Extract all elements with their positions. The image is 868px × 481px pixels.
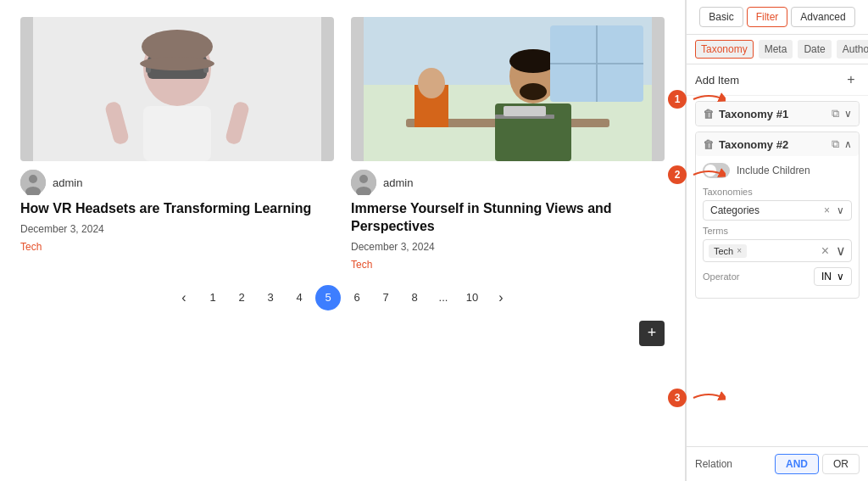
operator-label: Operator: [703, 271, 739, 282]
page-btn-5[interactable]: 5: [315, 285, 341, 310]
add-plus-btn[interactable]: +: [639, 321, 665, 346]
taxonomies-select[interactable]: Categories × ∨: [703, 200, 852, 221]
terms-field: Tech × × ∨: [703, 239, 852, 262]
page-btn-ellipsis: ...: [431, 285, 456, 310]
taxonomies-value: Categories: [710, 204, 760, 216]
page-btn-4[interactable]: 4: [287, 285, 312, 310]
page-btn-7[interactable]: 7: [373, 285, 398, 310]
page-btn-2[interactable]: 2: [229, 285, 254, 310]
svg-point-18: [418, 68, 445, 98]
taxonomy2-wrapper: 🗑 Taxonomy #2 ⧉ ∧ Include: [687, 131, 868, 299]
sub-tabs: Taxonomy Meta Date Author: [687, 35, 868, 64]
relation-and-btn[interactable]: AND: [775, 454, 819, 474]
term-remove-icon[interactable]: ×: [737, 246, 742, 255]
relation-row: Relation AND OR: [687, 446, 868, 481]
taxonomies-chevron-icon[interactable]: ∨: [837, 204, 844, 216]
taxonomy1-wrapper: 🗑 Taxonomy #1 ⧉ ∨: [687, 101, 868, 126]
taxonomy2-header[interactable]: 🗑 Taxonomy #2 ⧉ ∧: [696, 132, 859, 156]
terms-field-label: Terms: [703, 226, 852, 236]
taxonomy2-label: Taxonomy #2: [719, 138, 788, 151]
svg-point-29: [359, 175, 368, 183]
page-btn-8[interactable]: 8: [402, 285, 427, 310]
page-btn-6[interactable]: 6: [344, 285, 370, 310]
relation-label: Relation: [695, 458, 732, 470]
svg-point-21: [520, 83, 547, 100]
author-row-1: admin: [20, 170, 334, 195]
avatar-2: [351, 170, 376, 195]
tab-advanced[interactable]: Advanced: [791, 7, 854, 27]
sidebar-scroll: 1 Add Item + 🗑 Taxonomy #1 ⧉ ∨: [687, 64, 868, 446]
taxonomy2-copy-icon[interactable]: ⧉: [832, 137, 839, 151]
terms-clear-icon[interactable]: ×: [821, 243, 829, 259]
post-image-1: [20, 17, 334, 161]
top-tabs: Basic Filter Advanced: [687, 0, 868, 35]
taxonomy2-chevron-icon[interactable]: ∧: [844, 138, 852, 150]
prev-page-btn[interactable]: ‹: [171, 285, 197, 310]
term-tag-label: Tech: [714, 246, 733, 256]
operator-select[interactable]: IN ∨: [814, 267, 852, 286]
svg-point-22: [509, 49, 557, 73]
add-item-row: Add Item +: [687, 64, 868, 96]
page-btn-10[interactable]: 10: [459, 285, 485, 310]
post-date-2: December 3, 2024: [351, 241, 665, 253]
relation-or-btn[interactable]: OR: [822, 454, 860, 474]
include-children-row: Include Children: [703, 163, 852, 178]
plus-btn-container: +: [20, 321, 665, 346]
include-children-label: Include Children: [737, 165, 810, 176]
taxonomy2-header-left: 🗑 Taxonomy #2: [703, 138, 788, 151]
taxonomies-field-label: Taxonomies: [703, 187, 852, 197]
taxonomy-item-1: 🗑 Taxonomy #1 ⧉ ∨: [695, 101, 860, 126]
tab-basic[interactable]: Basic: [699, 7, 743, 27]
author-name-2: admin: [383, 176, 413, 189]
terms-chevron-icon[interactable]: ∨: [836, 243, 846, 259]
taxonomies-select-actions: × ∨: [824, 204, 844, 216]
page-btn-1[interactable]: 1: [200, 285, 225, 310]
post-tag-2[interactable]: Tech: [351, 259, 372, 271]
taxonomy1-header-right: ⧉ ∨: [832, 107, 852, 120]
taxonomies-clear-icon[interactable]: ×: [824, 204, 830, 216]
toggle-knob: [704, 165, 716, 176]
content-area: admin How VR Headsets are Transforming L…: [0, 0, 686, 481]
subtab-date[interactable]: Date: [798, 40, 831, 59]
next-page-btn[interactable]: ›: [488, 285, 514, 310]
add-item-plus-btn[interactable]: +: [843, 71, 860, 88]
subtab-author[interactable]: Author: [837, 40, 868, 59]
taxonomy1-label: Taxonomy #1: [719, 108, 788, 120]
post-image-2: [351, 17, 665, 161]
taxonomy2-content: Include Children Taxonomies Categories ×…: [696, 156, 859, 298]
term-tag-tech: Tech ×: [709, 244, 747, 258]
taxonomy1-header-left: 🗑 Taxonomy #1: [703, 108, 788, 120]
svg-rect-10: [33, 17, 321, 161]
author-name-1: admin: [53, 176, 82, 189]
post-title-1: How VR Headsets are Transforming Learnin…: [20, 200, 334, 218]
operator-value: IN: [821, 271, 832, 282]
subtab-meta[interactable]: Meta: [759, 40, 793, 59]
operator-chevron-icon: ∨: [837, 271, 844, 282]
taxonomy1-header[interactable]: 🗑 Taxonomy #1 ⧉ ∨: [696, 102, 859, 126]
taxonomy1-copy-icon[interactable]: ⧉: [832, 107, 839, 120]
subtab-taxonomy[interactable]: Taxonomy: [695, 40, 754, 59]
tab-filter[interactable]: Filter: [747, 7, 788, 27]
relation-btns: AND OR: [775, 454, 860, 474]
add-item-label: Add Item: [695, 74, 739, 87]
post-date-1: December 3, 2024: [20, 223, 334, 235]
post-card-1: admin How VR Headsets are Transforming L…: [20, 17, 334, 271]
posts-grid: admin How VR Headsets are Transforming L…: [20, 17, 665, 271]
avatar-1: [20, 170, 46, 195]
taxonomy-item-2: 🗑 Taxonomy #2 ⧉ ∧ Include: [695, 131, 860, 299]
include-children-toggle[interactable]: [703, 163, 730, 178]
post-title-2: Immerse Yourself in Stunning Views and P…: [351, 200, 665, 236]
sidebar: Basic Filter Advanced Taxonomy Meta Date…: [686, 0, 868, 481]
post-card-2: admin Immerse Yourself in Stunning Views…: [351, 17, 665, 271]
taxonomy2-trash-icon[interactable]: 🗑: [703, 138, 714, 151]
author-row-2: admin: [351, 170, 665, 195]
svg-rect-24: [504, 106, 546, 116]
post-tag-1[interactable]: Tech: [20, 241, 42, 253]
taxonomy1-chevron-icon[interactable]: ∨: [844, 108, 852, 120]
svg-point-12: [29, 175, 37, 183]
add-item-wrapper: 1 Add Item +: [687, 64, 868, 96]
page-btn-3[interactable]: 3: [258, 285, 283, 310]
pagination: ‹ 1 2 3 4 5 6 7 8 ... 10 ›: [20, 285, 665, 317]
taxonomy1-trash-icon[interactable]: 🗑: [703, 108, 714, 120]
terms-actions: × ∨: [821, 243, 846, 259]
